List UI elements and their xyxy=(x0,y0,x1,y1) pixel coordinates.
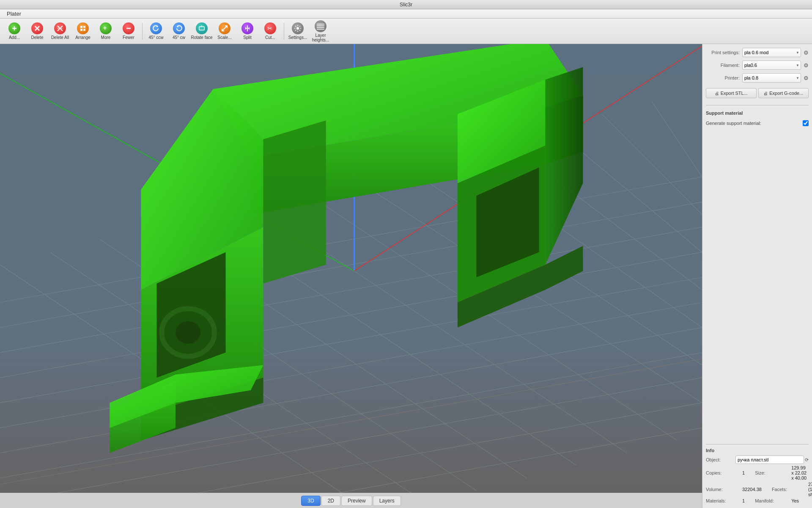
generate-support-checkbox[interactable] xyxy=(803,120,809,126)
object-edit-icon[interactable]: ⟳ xyxy=(805,457,809,463)
rotateface-label: Rotate face xyxy=(191,35,212,40)
export-gcode-label: Export G-code... xyxy=(769,91,803,96)
object-key: Object: xyxy=(706,457,735,462)
fewer-icon xyxy=(123,22,134,34)
delete-all-button[interactable]: Delete All xyxy=(49,20,71,42)
more-label: More xyxy=(101,35,111,40)
split-button[interactable]: Split xyxy=(236,20,258,42)
svg-point-21 xyxy=(296,27,299,30)
view-layers-button[interactable]: Layers xyxy=(373,496,401,506)
materials-key: Materials: xyxy=(706,498,735,503)
fewer-label: Fewer xyxy=(123,35,134,40)
more-icon: + xyxy=(100,22,112,34)
size-key: Size: xyxy=(755,470,785,475)
facets-key: Facets: xyxy=(772,487,801,492)
svg-text:+: + xyxy=(103,25,107,31)
export-stl-icon: 🖨 xyxy=(715,91,719,96)
facets-val: 27902 (1 shells) xyxy=(808,482,812,497)
filament-gear-icon[interactable]: ⚙ xyxy=(804,62,809,69)
rotateface-button[interactable]: Rotate face xyxy=(191,20,213,42)
svg-rect-10 xyxy=(83,29,85,31)
manifold-key: Manifold: xyxy=(755,498,785,503)
fewer-button[interactable]: Fewer xyxy=(118,20,140,42)
materials-manifold-row: Materials: 1 Manifold: Yes xyxy=(706,498,809,503)
size-val: 129.99 x 22.02 x 40.00 xyxy=(791,465,809,480)
printer-select[interactable]: pla 0.8 xyxy=(742,73,801,83)
scale-button[interactable]: Scale... xyxy=(214,20,236,42)
rotate45cw-icon xyxy=(173,22,185,34)
rotateface-icon xyxy=(196,22,208,34)
title-bar: Slic3r xyxy=(0,0,812,9)
settings-button[interactable]: Settings... xyxy=(287,20,309,42)
svg-line-16 xyxy=(222,26,227,30)
cut-label: Cut... xyxy=(265,35,275,40)
support-material-title: Support material xyxy=(706,110,809,116)
more-button[interactable]: + More xyxy=(95,20,117,42)
export-stl-button[interactable]: 🖨 Export STL... xyxy=(706,88,757,98)
copies-key: Copies: xyxy=(706,470,735,475)
main-area: 3D 2D Preview Layers Print settings: pla… xyxy=(0,44,812,508)
filament-select-wrap: pla0.6 ▼ xyxy=(742,61,801,70)
layer-heights-label: Layer heights... xyxy=(310,33,332,42)
cut-button[interactable]: ✂ Cut... xyxy=(259,20,281,42)
cut-icon: ✂ xyxy=(264,22,276,34)
rotate45cw-button[interactable]: 45° cw xyxy=(168,20,190,42)
print-settings-select-wrap: pla 0.6 mod ▼ xyxy=(742,48,801,57)
3d-scene xyxy=(0,44,702,508)
svg-marker-60 xyxy=(263,120,326,283)
manifold-val: Yes xyxy=(791,498,799,503)
rotate45ccw-label: 45° ccw xyxy=(148,35,163,40)
view-2d-button[interactable]: 2D xyxy=(321,496,340,506)
svg-marker-19 xyxy=(248,27,250,30)
layer-heights-button[interactable]: Layer heights... xyxy=(310,20,332,42)
toolbar-separator-2 xyxy=(284,23,284,40)
svg-text:✂: ✂ xyxy=(267,25,272,32)
viewport[interactable]: 3D 2D Preview Layers xyxy=(0,44,702,508)
bottom-bar: 3D 2D Preview Layers xyxy=(0,493,702,508)
export-gcode-button[interactable]: 🖨 Export G-code... xyxy=(758,88,809,98)
view-preview-button[interactable]: Preview xyxy=(341,496,372,506)
materials-val: 1 xyxy=(742,498,745,503)
print-settings-gear-icon[interactable]: ⚙ xyxy=(804,50,809,56)
view-3d-button[interactable]: 3D xyxy=(301,496,320,506)
object-input-wrap: ⟳ xyxy=(735,456,809,464)
filament-select[interactable]: pla0.6 xyxy=(742,61,801,70)
filament-row: Filament: pla0.6 ▼ ⚙ xyxy=(706,60,809,70)
settings-label: Settings... xyxy=(288,35,307,40)
print-settings-select[interactable]: pla 0.6 mod xyxy=(742,48,801,57)
copies-val: 1 xyxy=(742,470,745,475)
delete-icon xyxy=(31,22,43,34)
print-settings-label: Print settings: xyxy=(706,50,740,55)
volume-val: 32204.38 xyxy=(742,487,762,492)
svg-rect-8 xyxy=(83,26,85,28)
arrange-button[interactable]: Arrange xyxy=(72,20,94,42)
delete-button[interactable]: Delete xyxy=(26,20,48,42)
add-button[interactable]: Add... xyxy=(3,20,25,42)
app-title: Slic3r xyxy=(400,2,412,8)
right-panel: Print settings: pla 0.6 mod ▼ ⚙ Filament… xyxy=(702,44,812,508)
rotate45ccw-icon xyxy=(150,22,162,34)
menu-plater[interactable]: Plater xyxy=(3,10,25,18)
add-label: Add... xyxy=(9,35,20,40)
toolbar: Add... Delete Delete All Arrange + More … xyxy=(0,19,812,44)
rotate45ccw-button[interactable]: 45° ccw xyxy=(145,20,167,42)
split-icon xyxy=(241,22,253,34)
printer-row: Printer: pla 0.8 ▼ ⚙ xyxy=(706,73,809,83)
svg-marker-18 xyxy=(245,27,247,30)
copies-size-row: Copies: 1 Size: 129.99 x 22.02 x 40.00 xyxy=(706,465,809,480)
printer-label: Printer: xyxy=(706,75,740,80)
spacer xyxy=(706,131,809,442)
scale-label: Scale... xyxy=(217,35,231,40)
scale-icon xyxy=(219,22,230,34)
print-settings-row: Print settings: pla 0.6 mod ▼ ⚙ xyxy=(706,47,809,58)
add-icon xyxy=(8,22,20,34)
settings-icon xyxy=(292,22,304,34)
arrange-icon xyxy=(77,22,89,34)
rotate45cw-label: 45° cw xyxy=(173,35,185,40)
object-input[interactable] xyxy=(735,456,804,464)
info-title: Info xyxy=(706,448,809,453)
menu-bar: Plater xyxy=(0,9,812,19)
printer-gear-icon[interactable]: ⚙ xyxy=(804,75,809,81)
delete-all-label: Delete All xyxy=(51,35,69,40)
printer-select-wrap: pla 0.8 ▼ xyxy=(742,73,801,83)
